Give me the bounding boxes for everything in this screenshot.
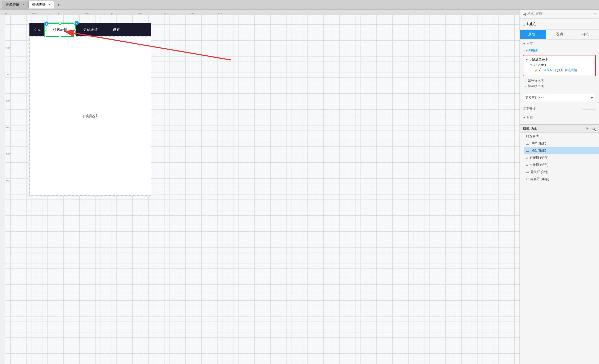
page-icon: ☐ xyxy=(522,135,524,138)
ruler-tick-600: 600 xyxy=(164,12,168,15)
mouse-click-row[interactable]: ▼ ⬧ 鼠标单击 时 xyxy=(526,58,593,62)
filter-icon[interactable]: ⚑ xyxy=(586,127,589,131)
tab-featured-label: 精选表情 xyxy=(32,2,46,7)
canvas-content[interactable]: 0 100 200 300 400 500 600 < 我 1 精选表情 xyxy=(5,15,519,364)
outline-item-tab2[interactable]: ▬ tab2 (矩形) xyxy=(524,140,599,147)
more-events-dropdown[interactable]: 更多事件>>> ▼ xyxy=(523,94,596,102)
outline-item-content[interactable]: ☐ 内容区 (矩形) xyxy=(524,176,599,183)
outline-header-label: 概要: 页面 xyxy=(523,126,537,131)
prototype-frame: < 我 1 精选表情 xyxy=(29,23,151,196)
ruler-left: 0 100 200 300 400 500 600 xyxy=(5,20,11,364)
handle-bl[interactable] xyxy=(44,35,46,37)
tab1-label: 精选表情 xyxy=(53,27,68,32)
tab2-label: 更多表情 xyxy=(83,27,98,32)
widget-icon-content: ☐ xyxy=(526,177,529,181)
interaction-chevron[interactable]: ▼ xyxy=(523,42,526,45)
ruler-tick-400: 400 xyxy=(111,12,115,15)
main-layout: 0 100 200 300 400 500 600 700 800 xyxy=(0,10,599,364)
right-panel: ◀ 检视: 矩形 □ 1 tab1 属性 * 说明 样式 ▼ xyxy=(519,10,599,364)
mouse-enter-icon: ⬧ xyxy=(525,79,527,82)
text-link-row: 文本链接 xyxy=(520,104,599,113)
rp-inspect-header: ◀ 检视: 矩形 □ xyxy=(520,10,599,19)
outline-item-tab1[interactable]: ▬ tab1 (矩形) xyxy=(524,147,599,154)
outline-icons: ⚑ 🔍 xyxy=(586,127,596,131)
nav-settings[interactable]: 设置 xyxy=(105,27,128,32)
rp-number: 1 xyxy=(523,22,525,26)
inspect-label: 检视: 矩形 xyxy=(527,12,542,16)
mouse-leave-icon: ⬧ xyxy=(525,85,527,88)
action-row[interactable]: ⚡ 在 当前窗口 打开 精选表情 xyxy=(534,68,593,72)
outline-panel: 概要: 页面 ⚑ 🔍 ☐ 精选表情 ▬ tab2 (矩形) ▬ tab1 (矩形… xyxy=(520,124,599,364)
shape-chevron[interactable]: ▼ xyxy=(523,116,526,119)
rp-tab-description[interactable]: 说明 xyxy=(546,30,573,39)
search-icon[interactable]: 🔍 xyxy=(591,127,596,131)
content-area: 内容区1 xyxy=(29,36,151,196)
rp-tab-style[interactable]: 样式 xyxy=(572,30,599,39)
nav-back-button[interactable]: < 我 xyxy=(29,27,45,32)
ruler-tick-800: 800 xyxy=(218,12,222,15)
outline-item-page[interactable]: ☐ 精选表情 xyxy=(520,133,599,140)
rp-title: tab1 xyxy=(527,21,536,27)
mouse-click-chevron: ▼ xyxy=(526,58,528,61)
handle-tm[interactable] xyxy=(59,23,61,25)
outline-item-right-btn[interactable]: A 右按钮 (矩形) xyxy=(524,154,599,161)
ruler-tick-500: 500 xyxy=(138,12,142,15)
outline-item-navbar[interactable]: ▬ 导航栏 (矩形) xyxy=(524,168,599,176)
case1-chevron: ▼ xyxy=(530,64,532,67)
action-window[interactable]: 当前窗口 xyxy=(543,68,556,72)
content-label: 内容区1 xyxy=(83,113,98,119)
nav-bar: < 我 1 精选表情 xyxy=(29,23,151,36)
shape-section: ▼ 形状 xyxy=(520,113,599,124)
rect-icon-tab1: ▬ xyxy=(526,149,529,152)
tab-modified-indicator: * xyxy=(537,33,538,36)
add-case-link[interactable]: + 添加用例 xyxy=(523,48,596,53)
mouse-enter-row[interactable]: ⬧ 鼠标移入 时 xyxy=(525,78,596,83)
ruler-tick-300: 300 xyxy=(85,12,89,15)
interaction-section: ▼ 交互 + 添加用例 ▼ ⬧ 鼠标单击 时 ▼ ⬧ Case 1 xyxy=(520,40,599,92)
case1-icon: ⬧ xyxy=(533,63,535,67)
interaction-title: ▼ 交互 xyxy=(523,42,596,46)
tab2-badge: 2 xyxy=(75,21,79,25)
canvas-area[interactable]: 0 100 200 300 400 500 600 700 800 xyxy=(0,10,519,364)
text-link-input[interactable] xyxy=(583,108,596,110)
ruler-tick-700: 700 xyxy=(191,12,195,15)
outline-item-left-btn[interactable]: A 左按钮 (矩形) xyxy=(524,161,599,168)
interaction-box: ▼ ⬧ 鼠标单击 时 ▼ ⬧ Case 1 ⚡ 在 当前窗口 打开 精选表情 xyxy=(523,55,596,76)
tab-bar: 更多表情 ✕ 精选表情 ✕ ▼ xyxy=(0,0,599,10)
tab-featured-close[interactable]: ✕ xyxy=(48,3,51,6)
text-icon-left: A xyxy=(526,163,528,167)
tab-dropdown-icon[interactable]: ▼ xyxy=(57,3,60,7)
handle-lm[interactable] xyxy=(44,29,46,31)
action-target[interactable]: 精选表情 xyxy=(565,68,577,72)
tab-more-label: 更多表情 xyxy=(6,2,19,7)
lightning-icon: ⚡ xyxy=(534,68,538,72)
ruler-tick-200: 200 xyxy=(58,12,62,15)
tab1-badge: 1 xyxy=(44,21,49,26)
rect-icon-tab2: ▬ xyxy=(526,142,529,145)
window-control-icon[interactable]: □ xyxy=(594,12,596,16)
text-icon-right: A xyxy=(526,156,528,159)
ruler-top: 0 100 200 300 400 500 600 700 800 xyxy=(0,10,519,15)
rect-icon-nav: ▬ xyxy=(526,171,529,174)
outline-header: 概要: 页面 ⚑ 🔍 xyxy=(520,125,599,133)
nav-tab2[interactable]: 2 更多表情 xyxy=(76,23,105,36)
text-link-label: 文本链接 xyxy=(523,106,536,111)
back-icon: ◀ xyxy=(523,12,526,16)
nav-tab1[interactable]: 1 精选表情 xyxy=(45,23,76,36)
rp-tabs: 属性 * 说明 样式 xyxy=(520,30,599,40)
case1-row[interactable]: ▼ ⬧ Case 1 xyxy=(530,63,593,67)
tab-more-close[interactable]: ✕ xyxy=(22,3,24,6)
rp-tab-properties[interactable]: 属性 * xyxy=(520,30,546,39)
tab-more-expressions[interactable]: 更多表情 ✕ xyxy=(2,1,28,8)
mouse-leave-row[interactable]: ⬧ 鼠标移出 时 xyxy=(525,84,596,88)
mouse-click-icon: ⬧ xyxy=(529,58,531,62)
handle-bm[interactable] xyxy=(59,35,61,37)
ruler-ticks-horizontal: 0 100 200 300 400 500 600 700 800 xyxy=(5,10,519,15)
settings-label: 设置 xyxy=(113,27,120,32)
rp-title-row: 1 tab1 xyxy=(520,19,599,30)
ruler-tick-100: 100 xyxy=(32,12,36,15)
shape-title: ▼ 形状 xyxy=(523,115,596,120)
tab-featured-expressions[interactable]: 精选表情 ✕ xyxy=(28,1,54,8)
dropdown-chevron: ▼ xyxy=(590,96,593,100)
